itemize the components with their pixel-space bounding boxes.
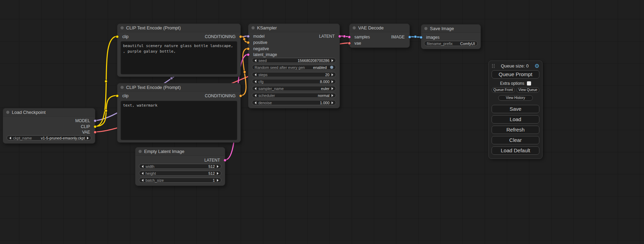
queue-front-button[interactable]: Queue Front	[492, 87, 515, 93]
output-slot-latent: LATENT	[135, 157, 225, 163]
extra-options-checkbox[interactable]	[527, 81, 531, 85]
wire-midpoint-dot	[414, 35, 417, 38]
widget-batch-size[interactable]: batch_size 1	[139, 178, 221, 183]
collapse-dot-icon[interactable]	[353, 26, 356, 29]
slot-dot-latent[interactable]	[338, 35, 341, 38]
widget-label: filename_prefix	[427, 42, 453, 46]
prompt-textarea[interactable]: text, watermark	[121, 101, 237, 140]
collapse-dot-icon[interactable]	[121, 86, 124, 89]
collapse-dot-icon[interactable]	[6, 111, 9, 114]
widget-height[interactable]: height 512	[139, 171, 221, 176]
slot-dot-conditioning[interactable]	[247, 47, 250, 51]
widget-random-seed-toggle[interactable]: Random seed after every gen enabled	[252, 65, 336, 70]
slot-dot-vae[interactable]	[348, 42, 351, 45]
widget-sampler-name[interactable]: sampler_name euler	[252, 86, 336, 91]
increment-arrow-icon[interactable]	[217, 179, 219, 182]
widget-value: 156680208700286	[298, 58, 329, 63]
view-queue-button[interactable]: View Queue	[517, 87, 540, 93]
slot-label: CONDITIONING	[205, 93, 236, 98]
slot-label: IMAGE	[391, 35, 405, 39]
node-empty-latent-image[interactable]: Empty Latent Image LATENT width 512 heig…	[135, 147, 225, 186]
menu-drag-handle-icon[interactable]	[492, 64, 495, 68]
node-title-bar[interactable]: Load Checkpoint	[3, 108, 95, 117]
widget-denoise[interactable]: denoise 1.000	[252, 100, 336, 105]
prompt-textarea[interactable]: beautiful scenery nature glass bottle la…	[121, 41, 237, 74]
slot-dot-latent[interactable]	[247, 53, 250, 56]
slot-dot-latent[interactable]	[223, 159, 227, 162]
increment-arrow-icon[interactable]	[332, 80, 333, 83]
save-button[interactable]: Save	[492, 105, 539, 113]
extra-options-label: Extra options	[500, 81, 524, 86]
node-clip-text-encode-negative[interactable]: CLIP Text Encode (Prompt) clip CONDITION…	[117, 83, 241, 143]
load-button[interactable]: Load	[492, 115, 539, 124]
node-title-bar[interactable]: CLIP Text Encode (Prompt)	[117, 83, 240, 92]
node-ksampler[interactable]: KSampler model positive negative latent_…	[248, 24, 340, 108]
decrement-arrow-icon[interactable]	[142, 172, 143, 175]
slot-dot-conditioning[interactable]	[239, 94, 242, 98]
history-row: View History	[492, 94, 539, 101]
slot-dot-clip[interactable]	[94, 125, 97, 128]
widget-cfg[interactable]: cfg 8.000	[252, 79, 336, 84]
node-title: CLIP Text Encode (Prompt)	[126, 85, 181, 90]
queue-buttons-row: Queue Front View Queue	[492, 87, 539, 93]
slot-label: MODEL	[75, 118, 90, 123]
input-slot-latent-image: latent_image	[248, 52, 339, 58]
slot-dot-conditioning[interactable]	[239, 35, 242, 38]
widget-ckpt-name[interactable]: ckpt_name v1-5-pruned-emaonly.ckpt	[7, 135, 91, 141]
slot-dot-image[interactable]	[408, 36, 411, 39]
widget-value: normal	[318, 93, 329, 98]
refresh-button[interactable]: Refresh	[492, 126, 539, 134]
wire-midpoint-dot	[105, 109, 107, 112]
decrement-arrow-icon[interactable]	[255, 73, 256, 76]
widget-steps[interactable]: steps 20	[252, 72, 336, 77]
node-title-bar[interactable]: VAE Decode	[350, 24, 409, 32]
decrement-arrow-icon[interactable]	[255, 59, 256, 62]
slot-dot-conditioning[interactable]	[247, 41, 250, 44]
queue-size-label: Queue size: 0	[495, 63, 535, 69]
increment-arrow-icon[interactable]	[332, 94, 333, 97]
node-title-bar[interactable]: Empty Latent Image	[135, 147, 225, 156]
graph-canvas[interactable]: Load Checkpoint MODEL CLIP VAE ckpt_name…	[0, 0, 644, 244]
node-load-checkpoint[interactable]: Load Checkpoint MODEL CLIP VAE ckpt_name…	[3, 108, 95, 144]
widget-seed[interactable]: seed 156680208700286	[252, 58, 336, 63]
node-title-bar[interactable]: KSampler	[248, 24, 339, 32]
decrement-arrow-icon[interactable]	[9, 137, 11, 139]
decrement-arrow-icon[interactable]	[255, 87, 256, 90]
node-save-image[interactable]: Save Image images filename_prefix ComfyU…	[421, 24, 481, 49]
output-slot-vae: VAE	[3, 129, 95, 135]
widget-filename-prefix[interactable]: filename_prefix ComfyUI	[424, 41, 478, 46]
view-history-button[interactable]: View History	[498, 95, 533, 101]
settings-gear-icon[interactable]: ⚙	[535, 64, 539, 68]
slot-dot-model[interactable]	[94, 119, 97, 123]
load-default-button[interactable]: Load Default	[492, 146, 539, 155]
node-title-bar[interactable]: CLIP Text Encode (Prompt)	[117, 24, 240, 32]
node-vae-decode[interactable]: VAE Decode samples vae IMAGE	[349, 24, 410, 48]
slot-dot-image[interactable]	[420, 36, 423, 39]
widget-width[interactable]: width 512	[139, 164, 221, 169]
increment-arrow-icon[interactable]	[332, 87, 333, 90]
decrement-arrow-icon[interactable]	[142, 179, 143, 182]
collapse-dot-icon[interactable]	[424, 27, 427, 30]
decrement-arrow-icon[interactable]	[255, 101, 256, 104]
increment-arrow-icon[interactable]	[332, 59, 333, 62]
widget-scheduler[interactable]: scheduler normal	[252, 93, 336, 98]
clear-button[interactable]: Clear	[492, 136, 539, 144]
collapse-dot-icon[interactable]	[139, 150, 142, 153]
collapse-dot-icon[interactable]	[121, 26, 124, 29]
slot-label: latent_image	[253, 52, 277, 57]
increment-arrow-icon[interactable]	[332, 73, 333, 76]
decrement-arrow-icon[interactable]	[255, 94, 256, 97]
decrement-arrow-icon[interactable]	[255, 80, 256, 83]
queue-prompt-button[interactable]: Queue Prompt	[492, 70, 539, 79]
increment-arrow-icon[interactable]	[217, 165, 219, 168]
node-title-bar[interactable]: Save Image	[421, 25, 480, 33]
decrement-arrow-icon[interactable]	[142, 165, 143, 168]
collapse-dot-icon[interactable]	[252, 26, 255, 29]
toggle-indicator-icon[interactable]	[330, 66, 333, 69]
increment-arrow-icon[interactable]	[87, 137, 89, 139]
increment-arrow-icon[interactable]	[332, 101, 333, 104]
increment-arrow-icon[interactable]	[217, 172, 219, 175]
node-title: Load Checkpoint	[12, 110, 46, 115]
slot-dot-vae[interactable]	[94, 131, 97, 134]
node-clip-text-encode-positive[interactable]: CLIP Text Encode (Prompt) clip CONDITION…	[117, 24, 241, 77]
